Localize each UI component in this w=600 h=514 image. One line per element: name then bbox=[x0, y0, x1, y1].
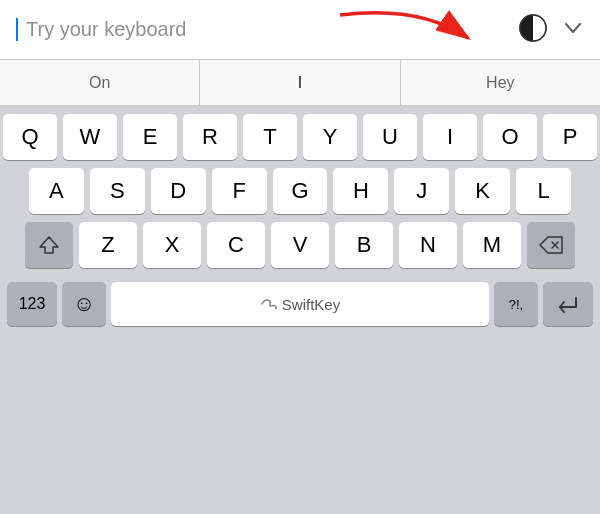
key-backspace[interactable] bbox=[527, 222, 575, 268]
key-p[interactable]: P bbox=[543, 114, 597, 160]
chevron-down-icon[interactable] bbox=[562, 17, 584, 43]
key-punctuation[interactable]: ?!, bbox=[494, 282, 538, 326]
emoji-icon: ☺ bbox=[73, 291, 95, 317]
key-emoji[interactable]: ☺ bbox=[62, 282, 106, 326]
key-s[interactable]: S bbox=[90, 168, 145, 214]
key-shift[interactable] bbox=[25, 222, 73, 268]
bottom-row: 123 ☺ SwiftKey ?!, bbox=[3, 276, 597, 334]
keyboard-input[interactable]: Try your keyboard bbox=[16, 18, 518, 41]
key-n[interactable]: N bbox=[399, 222, 457, 268]
key-f[interactable]: F bbox=[212, 168, 267, 214]
autocomplete-item-2[interactable]: I bbox=[200, 60, 400, 105]
svg-marker-3 bbox=[40, 237, 58, 253]
key-x[interactable]: X bbox=[143, 222, 201, 268]
key-c[interactable]: C bbox=[207, 222, 265, 268]
key-i[interactable]: I bbox=[423, 114, 477, 160]
key-e[interactable]: E bbox=[123, 114, 177, 160]
input-placeholder: Try your keyboard bbox=[26, 18, 186, 40]
key-q[interactable]: Q bbox=[3, 114, 57, 160]
key-y[interactable]: Y bbox=[303, 114, 357, 160]
theme-icon[interactable] bbox=[518, 13, 548, 47]
key-m[interactable]: M bbox=[463, 222, 521, 268]
key-row-2: A S D F G H J K L bbox=[3, 168, 597, 214]
autocomplete-bar: On I Hey bbox=[0, 60, 600, 106]
key-a[interactable]: A bbox=[29, 168, 84, 214]
key-z[interactable]: Z bbox=[79, 222, 137, 268]
swiftkey-logo: SwiftKey bbox=[260, 296, 340, 313]
key-j[interactable]: J bbox=[394, 168, 449, 214]
key-k[interactable]: K bbox=[455, 168, 510, 214]
key-v[interactable]: V bbox=[271, 222, 329, 268]
key-row-1: Q W E R T Y U I O P bbox=[3, 114, 597, 160]
key-row-3: Z X C V B N M bbox=[3, 222, 597, 268]
input-bar: Try your keyboard bbox=[0, 0, 600, 60]
key-space[interactable]: SwiftKey bbox=[111, 282, 489, 326]
key-return[interactable] bbox=[543, 282, 593, 326]
key-numbers[interactable]: 123 bbox=[7, 282, 57, 326]
key-o[interactable]: O bbox=[483, 114, 537, 160]
key-h[interactable]: H bbox=[333, 168, 388, 214]
autocomplete-item-3[interactable]: Hey bbox=[401, 60, 600, 105]
key-l[interactable]: L bbox=[516, 168, 571, 214]
autocomplete-item-1[interactable]: On bbox=[0, 60, 200, 105]
key-b[interactable]: B bbox=[335, 222, 393, 268]
key-u[interactable]: U bbox=[363, 114, 417, 160]
keyboard: Q W E R T Y U I O P A S D F G H J K L Z … bbox=[0, 106, 600, 514]
key-g[interactable]: G bbox=[273, 168, 328, 214]
key-w[interactable]: W bbox=[63, 114, 117, 160]
input-icons bbox=[518, 13, 584, 47]
key-t[interactable]: T bbox=[243, 114, 297, 160]
key-d[interactable]: D bbox=[151, 168, 206, 214]
key-r[interactable]: R bbox=[183, 114, 237, 160]
